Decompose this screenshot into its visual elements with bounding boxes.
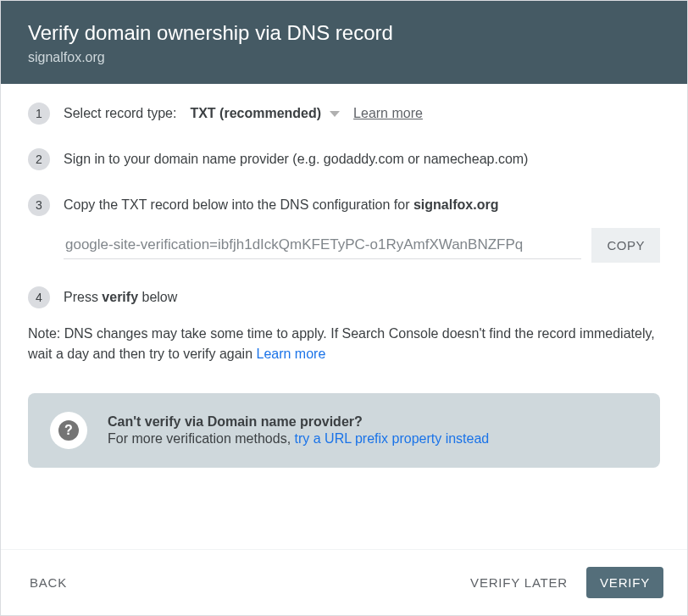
- verify-later-button[interactable]: VERIFY LATER: [465, 569, 573, 597]
- dialog-footer: BACK VERIFY LATER VERIFY: [1, 549, 687, 615]
- dialog-title: Verify domain ownership via DNS record: [28, 21, 660, 45]
- step-3-text: Copy the TXT record below into the DNS c…: [64, 197, 498, 213]
- dialog-content: 1 Select record type: TXT (recommended) …: [1, 84, 687, 549]
- alternate-text: Can't verify via Domain name provider? F…: [108, 414, 489, 447]
- step-number-4: 4: [28, 286, 50, 308]
- step-4: 4 Press verify below: [28, 286, 660, 308]
- alternate-title: Can't verify via Domain name provider?: [108, 414, 489, 430]
- step-number-1: 1: [28, 103, 50, 125]
- verify-button[interactable]: VERIFY: [586, 567, 663, 598]
- step-number-2: 2: [28, 148, 50, 170]
- dns-note: Note: DNS changes may take some time to …: [28, 324, 660, 364]
- verify-domain-dialog: Verify domain ownership via DNS record s…: [0, 0, 688, 616]
- txt-record-row: COPY: [64, 228, 660, 263]
- record-type-dropdown[interactable]: TXT (recommended): [190, 106, 340, 121]
- step-2-text: Sign in to your domain name provider (e.…: [64, 152, 528, 167]
- step-1-label: Select record type:: [64, 106, 176, 121]
- step-3: 3 Copy the TXT record below into the DNS…: [28, 194, 660, 216]
- dialog-header: Verify domain ownership via DNS record s…: [1, 1, 687, 84]
- step-4-text: Press verify below: [64, 290, 177, 305]
- alternate-verification-box: ? Can't verify via Domain name provider?…: [28, 393, 660, 468]
- domain-subtitle: signalfox.org: [28, 50, 660, 65]
- step-3-domain: signalfox.org: [413, 197, 498, 212]
- record-type-value: TXT (recommended): [190, 106, 321, 121]
- step-1: 1 Select record type: TXT (recommended) …: [28, 103, 660, 125]
- url-prefix-link[interactable]: try a URL prefix property instead: [295, 431, 490, 446]
- step-2: 2 Sign in to your domain name provider (…: [28, 148, 660, 170]
- back-button[interactable]: BACK: [25, 569, 72, 597]
- record-type-learn-more[interactable]: Learn more: [353, 106, 423, 121]
- step-number-3: 3: [28, 194, 50, 216]
- copy-button[interactable]: COPY: [591, 228, 660, 263]
- note-learn-more[interactable]: Learn more: [256, 347, 325, 361]
- chevron-down-icon: [330, 111, 340, 117]
- txt-record-input[interactable]: [64, 231, 581, 259]
- help-icon: ?: [50, 412, 87, 449]
